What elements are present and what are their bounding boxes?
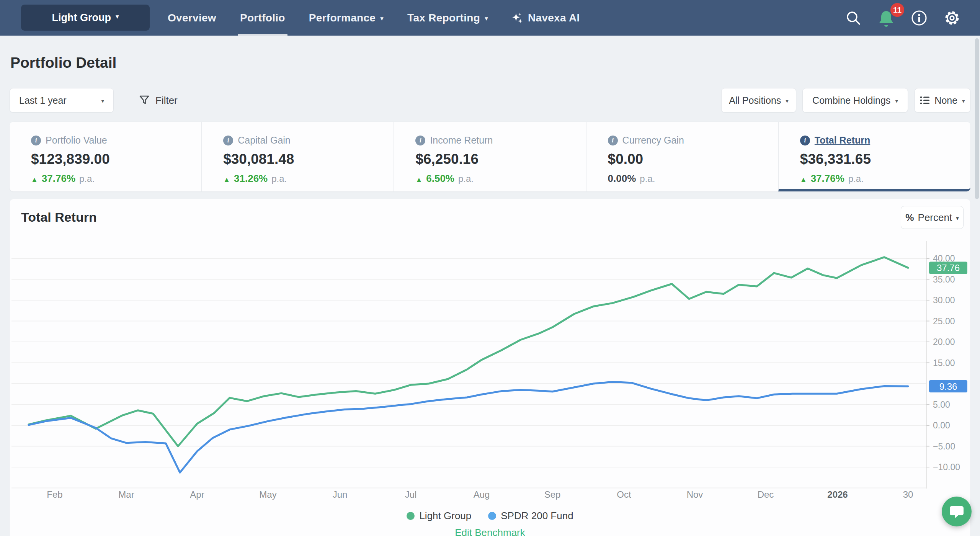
stat-label-row: iTotal Return [800, 135, 970, 146]
search-button[interactable] [843, 7, 864, 29]
stat-change-suffix: p.a. [271, 173, 287, 184]
stat-change-row: ▲37.76%p.a. [800, 173, 970, 185]
x-axis-label: Jul [405, 489, 417, 500]
group-by-dropdown[interactable]: None ▾ [915, 88, 970, 113]
stat-card-income-return[interactable]: iIncome Return$6,250.16▲6.50%p.a. [394, 122, 586, 191]
scrollbar[interactable] [975, 38, 979, 199]
nav-item-tax-reporting[interactable]: Tax Reporting▾ [407, 0, 488, 36]
total-return-chart-card: Total Return % Percent ▾ 40.0035.0030.00… [10, 199, 970, 536]
chevron-down-icon: ▾ [956, 215, 959, 222]
stat-value: $30,081.48 [223, 151, 394, 167]
list-icon [920, 95, 930, 105]
edit-benchmark-link[interactable]: Edit Benchmark [10, 527, 970, 536]
date-range-value: Last 1 year [19, 95, 67, 106]
stat-value: $0.00 [608, 151, 778, 167]
chevron-down-icon: ▾ [380, 15, 384, 23]
percent-icon: % [905, 212, 914, 223]
x-axis-label: Feb [47, 489, 62, 500]
stat-label: Total Return [815, 135, 870, 146]
settings-button[interactable] [941, 7, 963, 29]
arrow-up-icon: ▲ [415, 176, 422, 184]
y-axis-label: 5.00 [933, 400, 950, 410]
x-axis-label: 2026 [827, 489, 848, 500]
date-range-select[interactable]: Last 1 year ▾ [10, 88, 114, 113]
info-icon [910, 9, 928, 27]
stat-change: 37.76% [811, 173, 844, 185]
chart-unit-dropdown[interactable]: % Percent ▾ [901, 206, 964, 229]
y-axis-label: 15.00 [933, 358, 955, 368]
stat-value: $36,331.65 [800, 151, 970, 167]
stat-change-row: ▲6.50%p.a. [415, 173, 586, 185]
arrow-up-icon: ▲ [223, 176, 230, 184]
main-nav: OverviewPortfolioPerformance▾Tax Reporti… [168, 0, 580, 36]
search-icon [845, 10, 862, 26]
stat-label-row: iPortfolio Value [31, 135, 201, 146]
stat-label-row: iCurrency Gain [608, 135, 778, 146]
x-axis-label: Nov [687, 489, 703, 500]
stat-value: $123,839.00 [31, 151, 201, 167]
y-axis-label: −10.00 [933, 462, 960, 472]
stat-label: Portfolio Value [46, 135, 107, 146]
positions-dropdown[interactable]: All Positions ▾ [721, 88, 796, 113]
stat-card-total-return[interactable]: iTotal Return$36,331.65▲37.76%p.a. [778, 122, 970, 191]
filter-button[interactable]: Filter [139, 88, 178, 113]
legend-item-light-group[interactable]: Light Group [407, 510, 471, 522]
arrow-up-icon: ▲ [800, 176, 807, 184]
chevron-down-icon: ▾ [485, 15, 488, 23]
nav-item-portfolio[interactable]: Portfolio [240, 0, 285, 36]
app-window: Light Group ▾ OverviewPortfolioPerforman… [0, 0, 980, 536]
nav-item-performance[interactable]: Performance▾ [309, 0, 384, 36]
stat-card-capital-gain[interactable]: iCapital Gain$30,081.48▲31.26%p.a. [201, 122, 394, 191]
x-axis-label: Apr [190, 489, 204, 500]
x-axis-label: Dec [758, 489, 774, 500]
filter-label: Filter [155, 95, 178, 106]
combine-holdings-dropdown[interactable]: Combine Holdings ▾ [802, 88, 908, 113]
y-axis-label: 35.00 [933, 275, 955, 284]
total-return-line-chart[interactable]: 40.0035.0030.0025.0020.0015.005.000.00−5… [10, 237, 970, 505]
chart-legend: Light GroupSPDR 200 Fund [10, 510, 970, 522]
x-axis-label: Jun [333, 489, 348, 500]
stat-card-portfolio-value[interactable]: iPortfolio Value$123,839.00▲37.76%p.a. [10, 122, 201, 191]
x-axis-label: Mar [118, 489, 134, 500]
help-button[interactable] [908, 7, 930, 29]
stat-card-currency-gain[interactable]: iCurrency Gain$0.000.00%p.a. [586, 122, 778, 191]
chart-line-light-group [29, 257, 908, 446]
nav-item-navexa-ai[interactable]: Navexa AI [512, 0, 580, 36]
x-axis-label: May [259, 489, 276, 500]
stat-label-row: iIncome Return [415, 135, 586, 146]
chart-unit-label: Percent [918, 212, 952, 224]
info-icon[interactable]: i [608, 136, 618, 145]
stat-label: Income Return [430, 135, 493, 146]
stat-label: Currency Gain [622, 135, 684, 146]
top-navbar: Light Group ▾ OverviewPortfolioPerforman… [0, 0, 980, 36]
nav-item-label: Navexa AI [528, 12, 580, 24]
gear-icon [943, 9, 961, 27]
x-axis-label: Oct [617, 489, 631, 500]
combine-holdings-label: Combine Holdings [812, 95, 890, 106]
sparkles-icon [512, 12, 523, 24]
positions-label: All Positions [729, 95, 781, 106]
notification-count-badge[interactable]: 11 [890, 3, 904, 17]
nav-item-overview[interactable]: Overview [168, 0, 216, 36]
info-icon[interactable]: i [31, 136, 41, 145]
nav-item-label: Tax Reporting [407, 12, 480, 24]
chat-launcher-button[interactable] [942, 497, 972, 526]
legend-item-spdr-200-fund[interactable]: SPDR 200 Fund [488, 510, 573, 522]
info-icon[interactable]: i [800, 136, 810, 145]
stats-summary-bar: iPortfolio Value$123,839.00▲37.76%p.a.iC… [10, 122, 970, 191]
chevron-down-icon: ▾ [116, 13, 119, 21]
info-icon[interactable]: i [415, 136, 425, 145]
chevron-down-icon: ▾ [962, 98, 965, 105]
stat-change-row: 0.00%p.a. [608, 173, 778, 185]
legend-dot [488, 512, 496, 520]
page-title: Portfolio Detail [10, 54, 116, 71]
stat-change-suffix: p.a. [640, 173, 655, 184]
portfolio-selector[interactable]: Light Group ▾ [21, 5, 150, 31]
info-icon[interactable]: i [223, 136, 233, 145]
y-axis-label: 30.00 [933, 295, 955, 305]
stat-change-row: ▲31.26%p.a. [223, 173, 394, 185]
nav-item-label: Performance [309, 12, 376, 24]
funnel-icon [139, 95, 150, 106]
stat-change: 0.00% [608, 173, 636, 185]
legend-label: Light Group [419, 510, 471, 522]
